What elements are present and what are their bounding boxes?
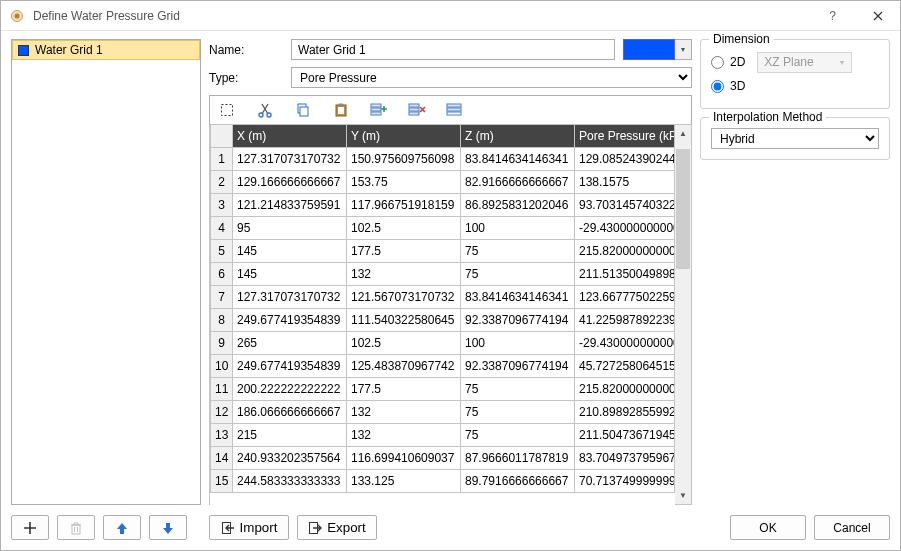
cell[interactable]: 102.5 (347, 217, 461, 240)
vertical-scrollbar[interactable]: ▲ ▼ (675, 124, 692, 505)
cell[interactable]: 117.966751918159 (347, 194, 461, 217)
export-button[interactable]: Export (297, 515, 377, 540)
table-row[interactable]: 2129.166666666667153.7582.91666666666671… (211, 171, 675, 194)
table-row[interactable]: 7127.317073170732121.56707317073283.8414… (211, 286, 675, 309)
grid-list[interactable]: Water Grid 1 (11, 39, 201, 505)
cell[interactable]: 249.677419354839 (233, 355, 347, 378)
cell[interactable]: 89.7916666666667 (461, 470, 575, 493)
cell[interactable]: 132 (347, 424, 461, 447)
color-button[interactable] (623, 39, 675, 60)
row-header[interactable]: 4 (211, 217, 233, 240)
table-row[interactable]: 12186.06666666666713275210.898928559926 (211, 401, 675, 424)
cell[interactable]: 121.214833759591 (233, 194, 347, 217)
cell[interactable]: 93.7031457403223 (575, 194, 675, 217)
cell[interactable]: 177.5 (347, 240, 461, 263)
cell[interactable]: 127.317073170732 (233, 286, 347, 309)
cell[interactable]: 75 (461, 378, 575, 401)
cell[interactable]: 70.7137499999998 (575, 470, 675, 493)
column-header[interactable]: X (m) (233, 125, 347, 148)
cell[interactable]: -29.4300000000001 (575, 217, 675, 240)
cell[interactable]: 92.3387096774194 (461, 309, 575, 332)
ok-button[interactable]: OK (730, 515, 806, 540)
cell[interactable]: 132 (347, 401, 461, 424)
row-header[interactable]: 2 (211, 171, 233, 194)
cell[interactable]: 75 (461, 263, 575, 286)
move-up-button[interactable] (103, 515, 141, 540)
cell[interactable]: 211.50473671945 (575, 424, 675, 447)
table-row[interactable]: 614513275211.513500498981 (211, 263, 675, 286)
cell[interactable]: 265 (233, 332, 347, 355)
cell[interactable]: 86.8925831202046 (461, 194, 575, 217)
help-button[interactable]: ? (810, 1, 855, 31)
cell[interactable]: 132 (347, 263, 461, 286)
cell[interactable]: 211.513500498981 (575, 263, 675, 286)
row-header[interactable]: 12 (211, 401, 233, 424)
cell[interactable]: 215.820000000001 (575, 240, 675, 263)
cell[interactable]: 150.975609756098 (347, 148, 461, 171)
table-row[interactable]: 11200.222222222222177.575215.82000000000… (211, 378, 675, 401)
row-header[interactable]: 5 (211, 240, 233, 263)
cell[interactable]: 121.567073170732 (347, 286, 461, 309)
cell[interactable]: 75 (461, 424, 575, 447)
move-down-button[interactable] (149, 515, 187, 540)
delete-row-icon[interactable] (406, 99, 428, 121)
cell[interactable]: 92.3387096774194 (461, 355, 575, 378)
cell[interactable]: 210.898928559926 (575, 401, 675, 424)
insert-row-icon[interactable] (368, 99, 390, 121)
cut-icon[interactable] (254, 99, 276, 121)
cell[interactable]: 153.75 (347, 171, 461, 194)
cell[interactable]: 83.8414634146341 (461, 148, 575, 171)
column-header[interactable]: Z (m) (461, 125, 575, 148)
cell[interactable]: 145 (233, 240, 347, 263)
row-header[interactable]: 9 (211, 332, 233, 355)
delete-button[interactable] (57, 515, 95, 540)
cell[interactable]: 123.667775022596 (575, 286, 675, 309)
row-header[interactable]: 14 (211, 447, 233, 470)
scroll-up-icon[interactable]: ▲ (675, 125, 691, 142)
cell[interactable]: 129.08524390244 (575, 148, 675, 171)
table-row[interactable]: 15244.583333333333133.12589.791666666666… (211, 470, 675, 493)
name-input[interactable] (291, 39, 615, 60)
cell[interactable]: 177.5 (347, 378, 461, 401)
table-row[interactable]: 9265102.5100-29.4300000000001 (211, 332, 675, 355)
type-select[interactable]: Pore Pressure (291, 67, 692, 88)
cell[interactable]: 100 (461, 217, 575, 240)
column-header[interactable]: Pore Pressure (kPa) (575, 125, 675, 148)
cell[interactable]: 102.5 (347, 332, 461, 355)
cancel-button[interactable]: Cancel (814, 515, 890, 540)
paste-icon[interactable] (330, 99, 352, 121)
cell[interactable]: 116.699410609037 (347, 447, 461, 470)
grid-corner[interactable] (211, 125, 233, 148)
row-header[interactable]: 15 (211, 470, 233, 493)
row-header[interactable]: 8 (211, 309, 233, 332)
radio-2d[interactable] (711, 56, 724, 69)
row-header[interactable]: 6 (211, 263, 233, 286)
cell[interactable]: 244.583333333333 (233, 470, 347, 493)
cell[interactable]: 133.125 (347, 470, 461, 493)
table-row[interactable]: 14240.933202357564116.69941060903787.966… (211, 447, 675, 470)
row-header[interactable]: 13 (211, 424, 233, 447)
add-button[interactable] (11, 515, 49, 540)
table-row[interactable]: 10249.677419354839125.48387096774292.338… (211, 355, 675, 378)
cell[interactable]: -29.4300000000001 (575, 332, 675, 355)
cell[interactable]: 95 (233, 217, 347, 240)
column-header[interactable]: Y (m) (347, 125, 461, 148)
cell[interactable]: 129.166666666667 (233, 171, 347, 194)
copy-icon[interactable] (292, 99, 314, 121)
table-row[interactable]: 8249.677419354839111.54032258064592.3387… (211, 309, 675, 332)
row-header[interactable]: 7 (211, 286, 233, 309)
table-row[interactable]: 495102.5100-29.4300000000001 (211, 217, 675, 240)
scroll-down-icon[interactable]: ▼ (675, 487, 691, 504)
cell[interactable]: 200.222222222222 (233, 378, 347, 401)
cell[interactable]: 87.9666011787819 (461, 447, 575, 470)
table-row[interactable]: 5145177.575215.820000000001 (211, 240, 675, 263)
row-header[interactable]: 10 (211, 355, 233, 378)
grid-list-item[interactable]: Water Grid 1 (12, 40, 200, 60)
cell[interactable]: 45.7272580645158 (575, 355, 675, 378)
import-button[interactable]: Import (209, 515, 289, 540)
cell[interactable]: 83.7049737959678 (575, 447, 675, 470)
select-tool-icon[interactable] (216, 99, 238, 121)
cell[interactable]: 215 (233, 424, 347, 447)
close-button[interactable] (855, 1, 900, 31)
data-grid[interactable]: X (m) Y (m) Z (m) Pore Pressure (kPa) 11… (210, 124, 675, 505)
